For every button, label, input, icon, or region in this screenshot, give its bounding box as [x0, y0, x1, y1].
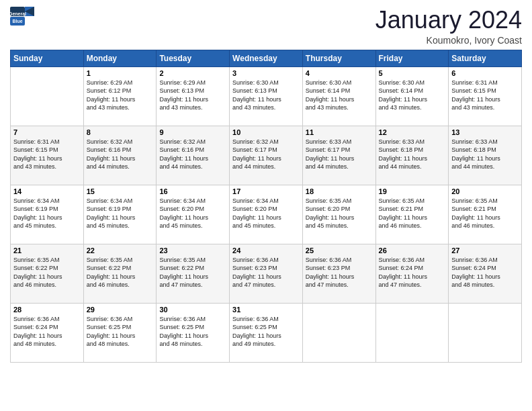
day-line: Daylight: 11 hours — [13, 214, 62, 221]
day-line: and 45 minutes. — [159, 222, 202, 229]
day-info: Sunrise: 6:36 AMSunset: 6:24 PMDaylight:… — [13, 315, 81, 349]
svg-text:Blue: Blue — [12, 19, 22, 24]
day-line: Sunset: 6:25 PM — [232, 324, 277, 330]
logo-icon: General Blue — [10, 7, 34, 26]
day-line: Daylight: 11 hours — [451, 273, 500, 280]
day-info: Sunrise: 6:34 AMSunset: 6:20 PMDaylight:… — [232, 197, 300, 230]
day-cell-2-1: 15Sunrise: 6:34 AMSunset: 6:19 PMDayligh… — [83, 185, 157, 244]
day-line: Sunrise: 6:30 AM — [232, 79, 279, 86]
day-line: Sunrise: 6:30 AM — [306, 79, 352, 86]
day-info: Sunrise: 6:35 AMSunset: 6:22 PMDaylight:… — [87, 256, 154, 289]
day-line: Daylight: 11 hours — [232, 332, 281, 339]
header-friday: Friday — [375, 50, 449, 66]
day-line: Daylight: 11 hours — [159, 273, 208, 280]
day-line: Sunset: 6:18 PM — [379, 146, 424, 153]
day-line: Daylight: 11 hours — [13, 332, 62, 339]
day-cell-0-3: 3Sunrise: 6:30 AMSunset: 6:13 PMDaylight… — [230, 66, 303, 126]
day-line: and 48 minutes. — [87, 340, 130, 347]
day-number: 19 — [379, 187, 446, 195]
day-cell-1-1: 8Sunrise: 6:32 AMSunset: 6:16 PMDaylight… — [83, 126, 157, 185]
day-number: 2 — [159, 69, 226, 77]
day-line: and 43 minutes. — [232, 104, 275, 111]
header: General Blue January 2024 Koumokro, Ivor… — [10, 7, 522, 46]
day-info: Sunrise: 6:32 AMSunset: 6:17 PMDaylight:… — [232, 138, 300, 171]
day-line: Sunset: 6:22 PM — [13, 265, 58, 271]
day-line: Daylight: 11 hours — [87, 273, 136, 280]
day-line: Daylight: 11 hours — [306, 96, 355, 103]
day-cell-0-5: 5Sunrise: 6:30 AMSunset: 6:14 PMDaylight… — [375, 66, 449, 126]
day-cell-2-4: 18Sunrise: 6:35 AMSunset: 6:20 PMDayligh… — [302, 185, 375, 244]
day-cell-1-4: 11Sunrise: 6:33 AMSunset: 6:17 PMDayligh… — [302, 126, 375, 185]
day-line: Sunrise: 6:35 AM — [379, 197, 425, 204]
day-line: Daylight: 11 hours — [306, 214, 355, 221]
day-info: Sunrise: 6:30 AMSunset: 6:13 PMDaylight:… — [232, 79, 300, 112]
day-line: Daylight: 11 hours — [379, 214, 428, 221]
day-cell-2-5: 19Sunrise: 6:35 AMSunset: 6:21 PMDayligh… — [375, 185, 449, 244]
day-line: Daylight: 11 hours — [306, 155, 355, 162]
day-info: Sunrise: 6:32 AMSunset: 6:16 PMDaylight:… — [87, 138, 154, 171]
day-line: Sunrise: 6:36 AM — [306, 257, 352, 263]
day-line: Sunrise: 6:35 AM — [87, 257, 133, 263]
day-line: Sunrise: 6:36 AM — [159, 316, 206, 322]
day-line: and 45 minutes. — [232, 222, 275, 229]
page: General Blue January 2024 Koumokro, Ivor… — [0, 0, 532, 411]
day-number: 10 — [232, 128, 300, 136]
day-info: Sunrise: 6:30 AMSunset: 6:14 PMDaylight:… — [306, 79, 373, 112]
day-line: Sunset: 6:24 PM — [451, 265, 496, 271]
day-cell-3-3: 24Sunrise: 6:36 AMSunset: 6:23 PMDayligh… — [230, 244, 303, 303]
day-cell-3-1: 22Sunrise: 6:35 AMSunset: 6:22 PMDayligh… — [83, 244, 157, 303]
day-line: Sunset: 6:13 PM — [159, 87, 204, 94]
day-line: and 44 minutes. — [159, 163, 202, 170]
day-cell-4-2: 30Sunrise: 6:36 AMSunset: 6:25 PMDayligh… — [157, 303, 230, 362]
day-line: and 44 minutes. — [451, 163, 494, 170]
day-line: and 48 minutes. — [159, 340, 202, 347]
day-line: Sunset: 6:19 PM — [87, 205, 132, 212]
day-line: Daylight: 11 hours — [87, 214, 136, 221]
day-cell-0-1: 1Sunrise: 6:29 AMSunset: 6:12 PMDaylight… — [83, 66, 157, 126]
day-cell-4-6 — [449, 303, 522, 362]
day-line: Sunset: 6:24 PM — [379, 265, 424, 271]
day-number: 5 — [379, 69, 446, 77]
day-line: and 48 minutes. — [13, 340, 56, 347]
day-info: Sunrise: 6:33 AMSunset: 6:18 PMDaylight:… — [451, 138, 519, 171]
day-line: Sunrise: 6:36 AM — [379, 257, 425, 263]
day-line: Sunrise: 6:36 AM — [13, 316, 60, 322]
day-line: Sunset: 6:20 PM — [306, 205, 351, 212]
day-line: Sunset: 6:22 PM — [87, 265, 132, 271]
day-line: and 43 minutes. — [379, 104, 422, 111]
day-cell-4-1: 29Sunrise: 6:36 AMSunset: 6:25 PMDayligh… — [83, 303, 157, 362]
day-line: Sunrise: 6:32 AM — [159, 138, 206, 145]
day-line: Sunrise: 6:34 AM — [159, 197, 206, 204]
day-info: Sunrise: 6:36 AMSunset: 6:23 PMDaylight:… — [232, 256, 300, 289]
day-line: Daylight: 11 hours — [379, 155, 428, 162]
week-row-4: 21Sunrise: 6:35 AMSunset: 6:22 PMDayligh… — [11, 244, 522, 303]
day-line: Daylight: 11 hours — [159, 214, 208, 221]
day-cell-1-0: 7Sunrise: 6:31 AMSunset: 6:15 PMDaylight… — [11, 126, 84, 185]
day-line: Sunrise: 6:35 AM — [159, 257, 206, 263]
day-line: and 46 minutes. — [379, 222, 422, 229]
day-number: 30 — [159, 306, 226, 314]
day-cell-4-3: 31Sunrise: 6:36 AMSunset: 6:25 PMDayligh… — [230, 303, 303, 362]
day-line: Daylight: 11 hours — [232, 155, 281, 162]
day-number: 12 — [379, 128, 446, 136]
day-line: Daylight: 11 hours — [451, 214, 500, 221]
day-line: and 46 minutes. — [451, 222, 494, 229]
day-line: Sunset: 6:12 PM — [87, 87, 132, 94]
day-line: Daylight: 11 hours — [87, 96, 136, 103]
day-line: Sunrise: 6:29 AM — [87, 79, 133, 86]
day-cell-4-4 — [302, 303, 375, 362]
day-line: Sunset: 6:13 PM — [232, 87, 277, 94]
day-cell-4-0: 28Sunrise: 6:36 AMSunset: 6:24 PMDayligh… — [11, 303, 84, 362]
day-line: Sunrise: 6:36 AM — [87, 316, 133, 322]
day-line: Sunrise: 6:36 AM — [232, 316, 279, 322]
day-info: Sunrise: 6:34 AMSunset: 6:19 PMDaylight:… — [13, 197, 81, 230]
day-cell-3-4: 25Sunrise: 6:36 AMSunset: 6:23 PMDayligh… — [302, 244, 375, 303]
day-line: Sunset: 6:21 PM — [379, 205, 424, 212]
day-info: Sunrise: 6:36 AMSunset: 6:25 PMDaylight:… — [232, 315, 300, 349]
day-line: Daylight: 11 hours — [13, 155, 62, 162]
day-cell-3-6: 27Sunrise: 6:36 AMSunset: 6:24 PMDayligh… — [449, 244, 522, 303]
day-line: and 44 minutes. — [379, 163, 422, 170]
day-number: 9 — [159, 128, 226, 136]
day-cell-1-3: 10Sunrise: 6:32 AMSunset: 6:17 PMDayligh… — [230, 126, 303, 185]
day-number: 24 — [232, 246, 300, 255]
